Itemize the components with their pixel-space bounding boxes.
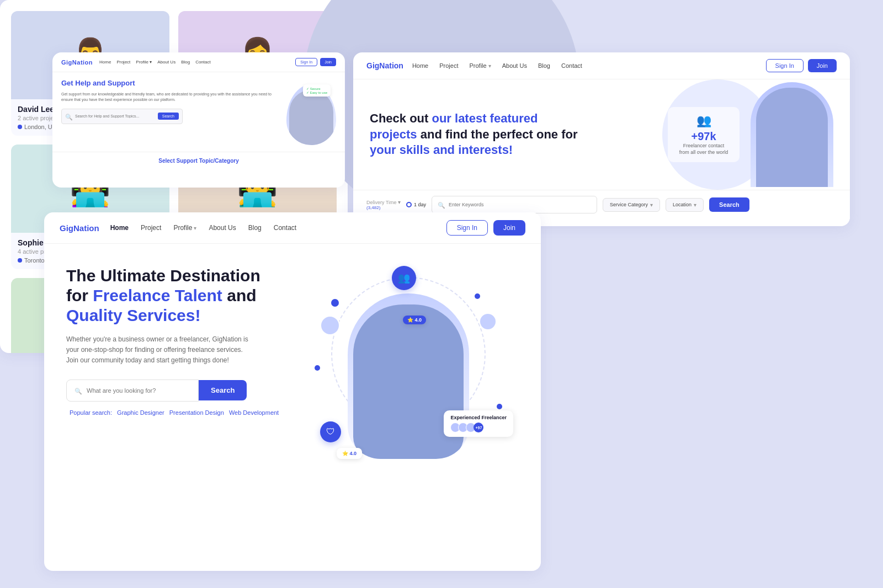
panel2-day-option[interactable]: 1 day bbox=[406, 202, 426, 207]
panel2-delivery-label: Delivery Time bbox=[366, 199, 401, 205]
panel3-dot-1 bbox=[331, 299, 339, 307]
panel2-delivery-count: (3,482) bbox=[366, 205, 401, 210]
panel2-radio[interactable] bbox=[406, 202, 412, 207]
panel1-search-box: Search bbox=[61, 109, 183, 124]
panel3-search-input[interactable] bbox=[87, 387, 190, 394]
panel2-delivery-time: Delivery Time (3,482) bbox=[366, 199, 401, 210]
panel1-badge-secure: ✓ Secure bbox=[306, 87, 327, 90]
panel1-search-input[interactable] bbox=[75, 114, 156, 118]
panel3-nav-blog[interactable]: Blog bbox=[248, 224, 262, 232]
panel2-nav-home[interactable]: Home bbox=[412, 62, 428, 69]
panel-main-landing: GigNation Home Project Profile About Us … bbox=[44, 212, 541, 571]
panel2-hero: Check out our latest featured projects a… bbox=[353, 79, 850, 190]
panel3-nav-home[interactable]: Home bbox=[110, 224, 129, 232]
panel3-heading-line2-normal: for bbox=[66, 286, 93, 304]
panel1-nav-blog[interactable]: Blog bbox=[181, 60, 190, 65]
panel3-heading-line1: The Ultimate Destination bbox=[66, 266, 260, 285]
panel2-nav-aboutus[interactable]: About Us bbox=[502, 62, 527, 69]
panel1-nav: GigNation Home Project Profile ▾ About U… bbox=[52, 52, 345, 72]
panel2-service-category-button[interactable]: Service Category bbox=[603, 198, 660, 212]
panel1-nav-contact[interactable]: Contact bbox=[195, 60, 211, 65]
panel3-experienced-label: Experienced Freelancer bbox=[450, 415, 507, 420]
panel1-nav-buttons: Sign In Join bbox=[295, 58, 336, 66]
panel3-popular-presentation[interactable]: Presentation Design bbox=[169, 409, 224, 416]
panel-featured-projects: GigNation Home Project Profile About Us … bbox=[353, 52, 850, 226]
panel2-location-button[interactable]: Location bbox=[666, 198, 704, 212]
panel3-description: Whether you're a business owner or a fre… bbox=[66, 334, 254, 366]
panel3-nav: GigNation Home Project Profile About Us … bbox=[44, 212, 541, 244]
panel2-stats-icon: 👥 bbox=[678, 114, 730, 128]
panel1-nav-profile[interactable]: Profile ▾ bbox=[136, 60, 152, 65]
panel1-search-button[interactable]: Search bbox=[158, 113, 179, 120]
panel2-join-button[interactable]: Join bbox=[808, 59, 837, 72]
panel3-nav-aboutus[interactable]: About Us bbox=[209, 224, 236, 232]
panel1-text: Get Help and Support Get support from ou… bbox=[61, 79, 275, 145]
panel2-keyword-input-box bbox=[432, 196, 597, 213]
panel3-nav-profile[interactable]: Profile bbox=[173, 224, 196, 232]
panel2-heading-normal2: and find the perfect one for bbox=[421, 127, 578, 141]
panel2-nav-contact[interactable]: Contact bbox=[561, 62, 582, 69]
panel3-logo: GigNation bbox=[60, 223, 99, 233]
panel1-join-button[interactable]: Join bbox=[320, 58, 336, 66]
location-dot-0 bbox=[18, 125, 22, 129]
panel3-small-avatar-2 bbox=[479, 313, 497, 330]
panel2-nav-project[interactable]: Project bbox=[439, 62, 458, 69]
panel2-service-chevron bbox=[650, 202, 653, 208]
panel3-heading: The Ultimate Destination for Freelance T… bbox=[66, 266, 298, 325]
panel3-illustration: 👥 🛡 ⭐ 4.0 ⭐ 4.0 Experienced Freelancer +… bbox=[315, 266, 508, 464]
panel3-dot-2 bbox=[315, 365, 320, 371]
panel3-dot-3 bbox=[475, 293, 480, 299]
panel2-search-button[interactable]: Search bbox=[709, 197, 749, 212]
panel1-body: Get Help and Support Get support from ou… bbox=[52, 72, 345, 152]
panel2-day-label: 1 day bbox=[414, 202, 426, 207]
panel3-nav-contact[interactable]: Contact bbox=[274, 224, 296, 232]
panel3-experienced-badge: Experienced Freelancer +97 bbox=[444, 410, 513, 437]
panel1-nav-home[interactable]: Home bbox=[99, 60, 111, 65]
panel3-rating-badge-1: ⭐ 4.0 bbox=[337, 448, 362, 459]
panel2-signin-button[interactable]: Sign In bbox=[766, 59, 804, 72]
panel3-heading-quality-services: Quality Services! bbox=[66, 306, 200, 324]
panel2-nav-buttons: Sign In Join bbox=[766, 59, 837, 72]
panel1-logo: GigNation bbox=[61, 59, 93, 66]
panel2-nav-profile[interactable]: Profile bbox=[469, 62, 491, 69]
panel3-small-avatar-1 bbox=[320, 316, 340, 335]
panel1-heading-normal: Get Help bbox=[61, 79, 93, 87]
panel1-nav-project[interactable]: Project bbox=[116, 60, 130, 65]
panel3-popular-graphic[interactable]: Graphic Designer bbox=[117, 409, 164, 416]
panel3-signin-button[interactable]: Sign In bbox=[446, 220, 488, 236]
panel3-popular-web[interactable]: Web Development bbox=[229, 409, 279, 416]
panel3-exp-count: +97 bbox=[474, 423, 483, 432]
panel3-shield-icon: 🛡 bbox=[320, 421, 341, 442]
panel1-badge-easy: ✓ Easy to use bbox=[306, 90, 327, 94]
panel1-description: Get support from our knowledgeable and f… bbox=[61, 92, 275, 103]
panel2-hero-text: Check out our latest featured projects a… bbox=[370, 111, 668, 158]
panel2-stats-card: 👥 +97k Freelancer contact from all over … bbox=[668, 107, 740, 162]
panel3-heading-freelance-talent: Freelance Talent bbox=[93, 286, 222, 304]
panel1-footer-normal: Select Support bbox=[158, 158, 199, 164]
panel1-search-icon bbox=[65, 111, 73, 121]
panel3-hero: The Ultimate Destination for Freelance T… bbox=[44, 244, 541, 475]
panel1-nav-aboutus[interactable]: About Us bbox=[157, 60, 175, 65]
panel3-search-box bbox=[66, 379, 199, 402]
panel3-rating-badge-2: ⭐ 4.0 bbox=[403, 316, 426, 324]
panel2-stats-label: Freelancer contact from all over the wor… bbox=[678, 143, 730, 156]
panel2-search-icon bbox=[438, 200, 445, 210]
panel2-heading-normal1: Check out bbox=[370, 111, 432, 125]
panel1-heading: Get Help and Support bbox=[61, 79, 275, 88]
panel3-nav-buttons: Sign In Join bbox=[446, 220, 525, 236]
panel3-search-button[interactable]: Search bbox=[199, 380, 247, 400]
panel2-location-chevron bbox=[694, 202, 696, 208]
panel2-person-silhouette bbox=[756, 88, 828, 187]
panel2-heading: Check out our latest featured projects a… bbox=[370, 111, 579, 158]
panel3-nav-project[interactable]: Project bbox=[141, 224, 161, 232]
panel3-float-icon-top: 👥 bbox=[392, 266, 416, 290]
panel3-join-button[interactable]: Join bbox=[493, 220, 525, 236]
panel1-person-silhouette bbox=[289, 90, 333, 145]
panel2-nav: GigNation Home Project Profile About Us … bbox=[353, 52, 850, 79]
panel1-signin-button[interactable]: Sign In bbox=[295, 58, 317, 66]
panel2-logo: GigNation bbox=[366, 61, 403, 70]
panel2-location-label: Location bbox=[673, 202, 691, 207]
panel2-keyword-input[interactable] bbox=[449, 202, 591, 207]
panel2-nav-blog[interactable]: Blog bbox=[538, 62, 550, 69]
panel-help-support: GigNation Home Project Profile ▾ About U… bbox=[52, 52, 345, 188]
